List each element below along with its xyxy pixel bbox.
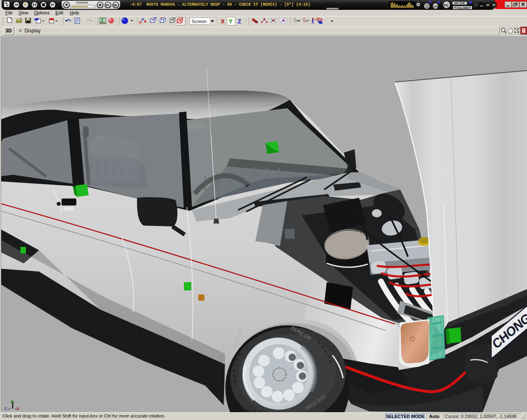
svg-text:z: z [5,406,7,411]
svg-text:x: x [17,406,20,411]
svg-text:123: 123 [433,5,438,8]
svg-text:X: X [221,18,225,25]
svg-text:COLORS: COLORS [456,7,469,9]
svg-text:ML: ML [114,3,118,7]
svg-text:Y: Y [229,18,233,25]
svg-text:Z: Z [238,18,241,25]
svg-text:PL: PL [106,3,110,7]
svg-text:y: y [11,399,14,404]
svg-text:ON TOP: ON TOP [454,2,465,5]
svg-text:-0:57 ROOTS MANUVA - ALTERNAT: -0:57 ROOTS MANUVA - ALTERNATELY DEEP - … [130,2,310,7]
svg-text:EQ: EQ [444,3,449,7]
svg-text:Screen: Screen [192,19,206,24]
svg-text:CHONG: CHONG [76,1,88,5]
